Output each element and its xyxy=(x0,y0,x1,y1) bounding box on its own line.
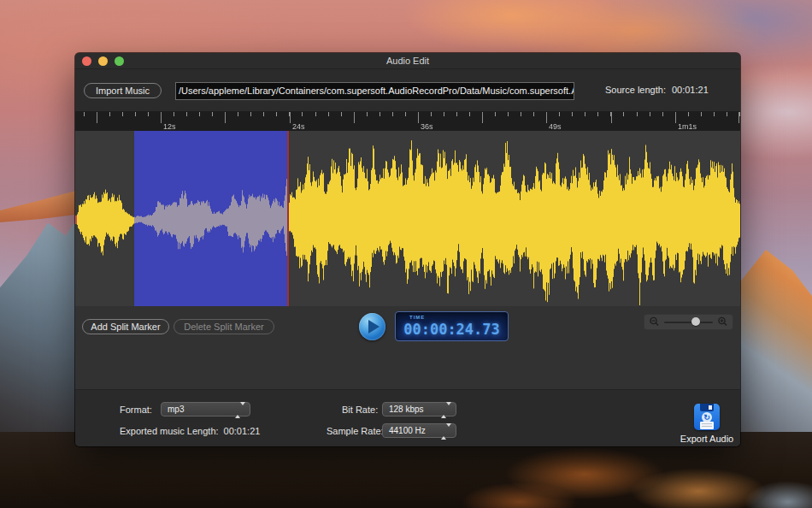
time-display-value: 00:00:24.73 xyxy=(396,321,508,338)
desktop: Audio Edit Import Music /Users/appleme/L… xyxy=(0,0,812,508)
source-length-label: Source length: xyxy=(605,85,666,95)
titlebar[interactable]: Audio Edit xyxy=(75,53,740,69)
stepper-arrows-icon xyxy=(441,405,451,415)
time-display-caption: TIME xyxy=(409,315,425,320)
delete-split-marker-button[interactable]: Delete Split Marker xyxy=(174,319,274,334)
exported-length-value: 00:01:21 xyxy=(224,426,261,436)
zoom-out-icon[interactable] xyxy=(649,316,660,328)
bitrate-label: Bit Rate: xyxy=(342,405,378,415)
samplerate-select[interactable]: 44100 Hz xyxy=(382,423,456,438)
play-button[interactable] xyxy=(359,313,385,340)
floppy-shutter xyxy=(700,404,714,411)
export-section: Format: mp3 Bit Rate: 128 kbps Exported … xyxy=(75,389,740,446)
timeline-ruler[interactable] xyxy=(75,111,740,131)
play-icon xyxy=(368,320,380,334)
bitrate-select[interactable]: 128 kbps xyxy=(382,402,456,416)
floppy-label xyxy=(700,422,714,429)
zoom-slider-thumb[interactable] xyxy=(691,317,700,326)
zoom-slider-track[interactable] xyxy=(664,322,713,323)
file-path-field[interactable]: /Users/appleme/Library/Containers/com.su… xyxy=(175,82,574,100)
import-music-button[interactable]: Import Music xyxy=(84,83,162,98)
source-length-value: 00:01:21 xyxy=(672,85,709,95)
format-label: Format: xyxy=(120,405,152,415)
add-split-marker-button[interactable]: Add Split Marker xyxy=(82,319,169,334)
controls-section: Add Split Marker Delete Split Marker TIM… xyxy=(75,306,740,389)
floppy-disk-icon: ↻ xyxy=(694,404,720,430)
exported-length: Exported music Length:00:01:21 xyxy=(120,426,260,436)
samplerate-label: Sample Rate: xyxy=(327,426,384,436)
waveform-canvas[interactable] xyxy=(75,131,740,306)
samplerate-value: 44100 Hz xyxy=(389,426,426,435)
zoom-control xyxy=(644,314,733,330)
stepper-arrows-icon xyxy=(441,427,451,436)
export-audio-button[interactable]: ↻ Export Audio xyxy=(674,404,740,444)
format-select[interactable]: mp3 xyxy=(161,402,250,416)
audio-edit-window: Audio Edit Import Music /Users/appleme/L… xyxy=(75,53,740,446)
format-value: mp3 xyxy=(168,405,184,414)
export-audio-label: Export Audio xyxy=(674,434,740,444)
window-title: Audio Edit xyxy=(75,56,740,66)
waveform-area[interactable] xyxy=(75,131,740,306)
bitrate-value: 128 kbps xyxy=(389,405,424,414)
time-display: TIME 00:00:24.73 xyxy=(395,311,509,341)
toolbar: Import Music /Users/appleme/Library/Cont… xyxy=(75,69,740,111)
exported-length-label: Exported music Length: xyxy=(120,426,219,436)
zoom-in-icon[interactable] xyxy=(717,316,728,328)
stepper-arrows-icon xyxy=(235,405,245,415)
source-length: Source length:00:01:21 xyxy=(605,85,709,95)
